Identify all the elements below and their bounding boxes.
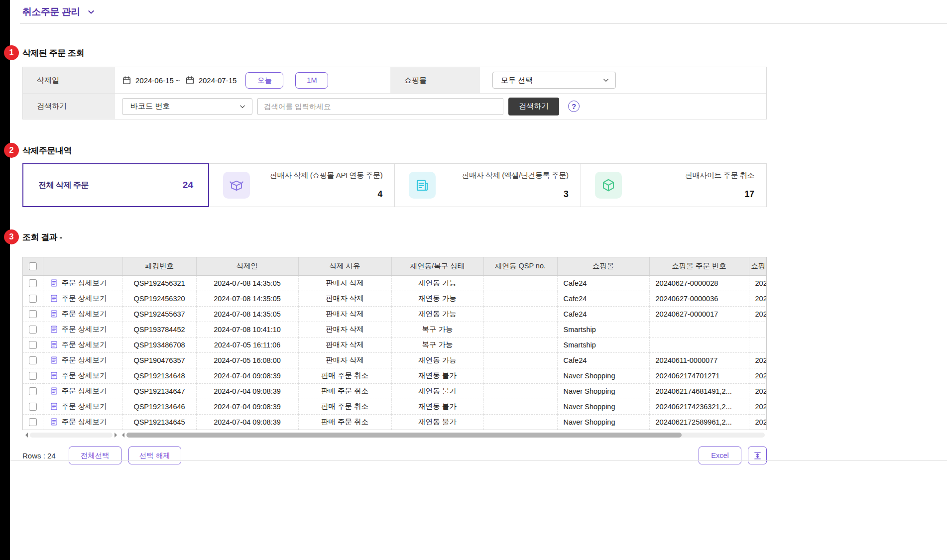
card-label: 전체 삭제 주문 bbox=[38, 180, 89, 191]
cell-mall: Naver Shopping bbox=[557, 383, 649, 399]
cell-deleted-at: 2024-07-08 10:41:10 bbox=[196, 322, 298, 337]
order-detail-button[interactable]: 주문 상세보기 bbox=[43, 278, 122, 288]
table-row: 주문 상세보기 QSP192134646 2024-07-04 09:08:39… bbox=[23, 399, 767, 414]
mall-select[interactable]: 모두 선택 bbox=[492, 72, 616, 89]
row-checkbox[interactable] bbox=[29, 326, 37, 334]
cell-deleted-at: 2024-07-05 16:11:06 bbox=[196, 337, 298, 352]
help-icon[interactable]: ? bbox=[568, 101, 580, 112]
results-table: 패킹번호 삭제일 삭제 사유 재연동/복구 상태 재연동 QSP no. 쇼핑몰… bbox=[22, 257, 767, 430]
order-detail-button[interactable]: 주문 상세보기 bbox=[43, 402, 122, 411]
document-icon bbox=[50, 418, 58, 426]
table-row: 주문 상세보기 QSP192134648 2024-07-04 09:08:39… bbox=[23, 368, 767, 383]
scroll-left-arrow[interactable] bbox=[122, 433, 124, 438]
cell-packing-no: QSP193784452 bbox=[122, 322, 196, 337]
column-clipped: 쇼핑 bbox=[749, 257, 767, 275]
cell-clipped: 20240 bbox=[749, 368, 767, 383]
column-deleted-at: 삭제일 bbox=[196, 257, 298, 275]
cell-qsp-no bbox=[483, 383, 557, 399]
cell-order-no: 20240627-0000028 bbox=[649, 275, 749, 291]
row-checkbox[interactable] bbox=[29, 310, 37, 318]
cell-order-no: 20240611-0000077 bbox=[649, 352, 749, 368]
card-label: 판매자 삭제 (엑셀/단건등록 주문) bbox=[462, 171, 569, 180]
row-checkbox[interactable] bbox=[29, 279, 37, 287]
order-detail-button[interactable]: 주문 상세보기 bbox=[43, 340, 122, 349]
scrollbar-track[interactable] bbox=[126, 433, 765, 438]
cell-reason: 판매자 삭제 bbox=[298, 337, 391, 352]
one-month-button[interactable]: 1M bbox=[295, 72, 328, 89]
title-chevron-down-icon[interactable] bbox=[87, 8, 95, 16]
order-detail-label: 주문 상세보기 bbox=[62, 371, 107, 380]
date-to-field[interactable]: 2024-07-15 bbox=[185, 76, 237, 85]
row-checkbox[interactable] bbox=[29, 341, 37, 349]
row-checkbox[interactable] bbox=[29, 372, 37, 380]
cell-order-no bbox=[649, 337, 749, 352]
cell-qsp-no bbox=[483, 368, 557, 383]
card-seller-deleted-manual[interactable]: 판매자 삭제 (엑셀/단건등록 주문) 3 bbox=[394, 164, 580, 207]
order-detail-button[interactable]: 주문 상세보기 bbox=[43, 325, 122, 334]
row-height-toggle-button[interactable] bbox=[748, 447, 767, 464]
column-packing-no: 패킹번호 bbox=[122, 257, 196, 275]
order-detail-button[interactable]: 주문 상세보기 bbox=[43, 294, 122, 303]
order-detail-button[interactable]: 주문 상세보기 bbox=[43, 355, 122, 365]
chevron-down-icon bbox=[602, 77, 609, 84]
today-button[interactable]: 오늘 bbox=[245, 72, 283, 89]
cell-status: 재연동 불가 bbox=[391, 383, 483, 399]
summary-cards: 전체 삭제 주문 24 판매자 삭제 (쇼핑몰 API 연동 주문) 4 bbox=[22, 163, 767, 207]
keyword-filter-row: 검색하기 바코드 번호 검색하기 ? bbox=[23, 93, 766, 119]
search-button[interactable]: 검색하기 bbox=[508, 98, 559, 115]
row-checkbox[interactable] bbox=[29, 295, 37, 303]
summary-section-title: 삭제주문내역 bbox=[22, 145, 72, 156]
document-icon bbox=[50, 371, 58, 380]
document-icon bbox=[50, 294, 58, 303]
table-row: 주문 상세보기 QSP192134647 2024-07-04 09:08:39… bbox=[23, 383, 767, 399]
scrollbar-thumb[interactable] bbox=[126, 433, 682, 438]
select-all-checkbox[interactable] bbox=[29, 262, 37, 270]
cell-mall: Naver Shopping bbox=[557, 414, 649, 430]
search-section-title: 삭제된 주문 조회 bbox=[22, 47, 84, 59]
deselect-button[interactable]: 선택 해제 bbox=[128, 447, 181, 464]
cell-deleted-at: 2024-07-04 09:08:39 bbox=[196, 368, 298, 383]
document-icon bbox=[50, 279, 58, 287]
scroll-left-arrow[interactable] bbox=[25, 433, 28, 438]
order-detail-label: 주문 상세보기 bbox=[62, 278, 107, 288]
row-checkbox[interactable] bbox=[29, 387, 37, 395]
scroll-right-arrow[interactable] bbox=[115, 433, 117, 438]
cell-status: 재연동 가능 bbox=[391, 306, 483, 322]
cell-clipped: 20240 bbox=[749, 291, 767, 306]
cell-order-no: 2024062172589961,2... bbox=[649, 414, 749, 430]
select-all-button[interactable]: 전체선택 bbox=[69, 447, 121, 464]
order-detail-label: 주문 상세보기 bbox=[62, 402, 107, 411]
order-detail-label: 주문 상세보기 bbox=[62, 386, 107, 396]
search-form: 삭제일 2024-06-15 ~ 2024-07-15 오늘 bbox=[22, 67, 767, 119]
cell-reason: 판매 주문 취소 bbox=[298, 414, 391, 430]
card-site-cancelled[interactable]: 판매사이트 주문 취소 17 bbox=[581, 164, 766, 207]
column-qsp-no: 재연동 QSP no. bbox=[483, 257, 557, 275]
row-checkbox[interactable] bbox=[29, 356, 37, 364]
order-detail-button[interactable]: 주문 상세보기 bbox=[43, 386, 122, 396]
keyword-input[interactable] bbox=[257, 98, 503, 115]
rows-count: Rows : 24 bbox=[22, 451, 56, 460]
cell-packing-no: QSP192456320 bbox=[122, 291, 196, 306]
date-from-field[interactable]: 2024-06-15 ~ bbox=[122, 76, 180, 85]
order-detail-button[interactable]: 주문 상세보기 bbox=[43, 417, 122, 427]
mall-filter-label: 쇼핑몰 bbox=[390, 67, 480, 93]
cell-order-no: 2024062174236321,2... bbox=[649, 399, 749, 414]
scrollbar-track[interactable] bbox=[30, 433, 113, 438]
excel-export-button[interactable]: Excel bbox=[699, 447, 741, 464]
card-seller-deleted-api[interactable]: 판매자 삭제 (쇼핑몰 API 연동 주문) 4 bbox=[209, 164, 394, 207]
card-value: 24 bbox=[183, 180, 193, 191]
row-checkbox[interactable] bbox=[29, 403, 37, 411]
order-detail-button[interactable]: 주문 상세보기 bbox=[43, 371, 122, 380]
cell-deleted-at: 2024-07-04 09:08:39 bbox=[196, 399, 298, 414]
table-row: 주문 상세보기 QSP192134645 2024-07-04 09:08:39… bbox=[23, 414, 767, 430]
results-section-title: 조회 결과 - bbox=[22, 231, 62, 243]
row-checkbox[interactable] bbox=[29, 418, 37, 426]
order-detail-button[interactable]: 주문 상세보기 bbox=[43, 309, 122, 319]
search-type-select[interactable]: 바코드 번호 bbox=[122, 98, 252, 115]
cell-mall: Naver Shopping bbox=[557, 399, 649, 414]
card-total-deleted[interactable]: 전체 삭제 주문 24 bbox=[22, 163, 209, 207]
cell-packing-no: QSP192134646 bbox=[122, 399, 196, 414]
mall-select-value: 모두 선택 bbox=[501, 76, 533, 85]
cell-qsp-no bbox=[483, 306, 557, 322]
document-list-icon bbox=[409, 172, 436, 199]
